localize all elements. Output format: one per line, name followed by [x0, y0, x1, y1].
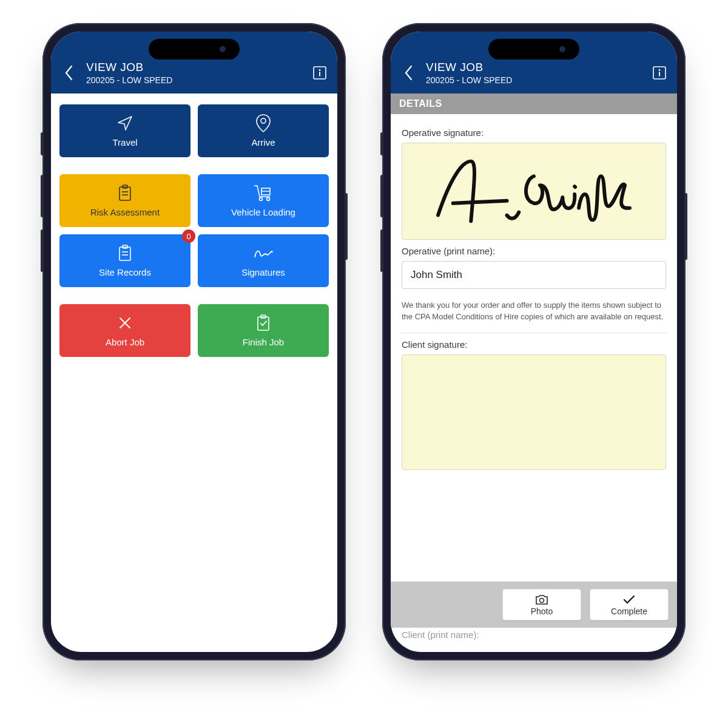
- info-button[interactable]: [312, 65, 328, 81]
- tile-label: Travel: [64, 137, 186, 148]
- back-button[interactable]: [61, 64, 78, 81]
- close-icon: [64, 313, 186, 333]
- tile-label: Risk Assessment: [64, 207, 186, 217]
- location-pin-icon: [203, 113, 324, 134]
- photo-button[interactable]: Photo: [502, 589, 581, 620]
- app-header: VIEW JOB 200205 - LOW SPEED: [51, 32, 337, 93]
- tile-label: Site Records: [64, 267, 186, 277]
- svg-point-21: [540, 599, 544, 603]
- svg-rect-4: [120, 187, 130, 200]
- svg-point-3: [261, 118, 266, 123]
- svg-rect-2: [319, 72, 320, 76]
- clipboard-icon: [64, 183, 186, 203]
- signatures-tile[interactable]: Signatures: [198, 234, 329, 287]
- navigate-icon: [64, 113, 186, 134]
- button-label: Complete: [611, 606, 647, 616]
- trolley-icon: [203, 183, 324, 203]
- header-title: VIEW JOB: [86, 61, 303, 74]
- svg-point-1: [319, 69, 321, 71]
- signature-icon: [203, 243, 324, 263]
- arrive-tile[interactable]: Arrive: [198, 104, 329, 157]
- operative-signature-pad[interactable]: [402, 143, 666, 240]
- clipboard-check-icon: [203, 313, 324, 333]
- header-subtitle: 200205 - LOW SPEED: [426, 75, 643, 85]
- svg-point-19: [659, 69, 661, 71]
- client-signature-pad[interactable]: [402, 355, 666, 470]
- header-title: VIEW JOB: [426, 61, 643, 74]
- svg-rect-12: [120, 247, 130, 260]
- phone-mockup-right: VIEW JOB 200205 - LOW SPEED DETAILS Oper…: [382, 23, 686, 660]
- app-header: VIEW JOB 200205 - LOW SPEED: [391, 32, 677, 93]
- phone-mockup-left: VIEW JOB 200205 - LOW SPEED Travel: [42, 23, 346, 660]
- tile-label: Vehicle Loading: [203, 207, 324, 217]
- client-signature-label: Client signature:: [402, 339, 666, 350]
- travel-tile[interactable]: Travel: [59, 104, 190, 157]
- tile-label: Arrive: [203, 137, 324, 148]
- tile-label: Signatures: [203, 267, 324, 277]
- camera-icon: [535, 594, 548, 605]
- action-bar: Client (print name): Photo Complete: [391, 582, 677, 628]
- svg-rect-20: [659, 72, 660, 76]
- operative-name-label: Operative (print name):: [402, 246, 666, 256]
- clipboard-icon: [64, 243, 186, 263]
- site-records-tile[interactable]: 0 Site Records: [59, 234, 190, 287]
- finish-job-tile[interactable]: Finish Job: [198, 304, 329, 357]
- complete-button[interactable]: Complete: [590, 589, 669, 620]
- client-name-label: Client (print name):: [391, 621, 490, 648]
- tile-label: Abort Job: [64, 337, 186, 347]
- abort-job-tile[interactable]: Abort Job: [59, 304, 190, 357]
- signature-stroke: [402, 143, 666, 239]
- tile-label: Finish Job: [203, 337, 324, 347]
- operative-signature-label: Operative signature:: [402, 127, 666, 138]
- terms-text: We thank you for your order and offer to…: [402, 300, 666, 333]
- vehicle-loading-tile[interactable]: Vehicle Loading: [198, 174, 329, 227]
- svg-point-10: [260, 198, 263, 201]
- operative-name-input[interactable]: [402, 261, 666, 289]
- back-button[interactable]: [400, 64, 417, 81]
- info-button[interactable]: [652, 65, 667, 81]
- header-subtitle: 200205 - LOW SPEED: [86, 75, 303, 85]
- button-label: Photo: [531, 606, 553, 616]
- records-badge: 0: [182, 229, 195, 243]
- svg-rect-16: [258, 317, 269, 330]
- details-section-header: DETAILS: [391, 93, 677, 114]
- risk-assessment-tile[interactable]: Risk Assessment: [59, 174, 190, 227]
- svg-point-11: [267, 198, 270, 201]
- check-icon: [622, 594, 636, 605]
